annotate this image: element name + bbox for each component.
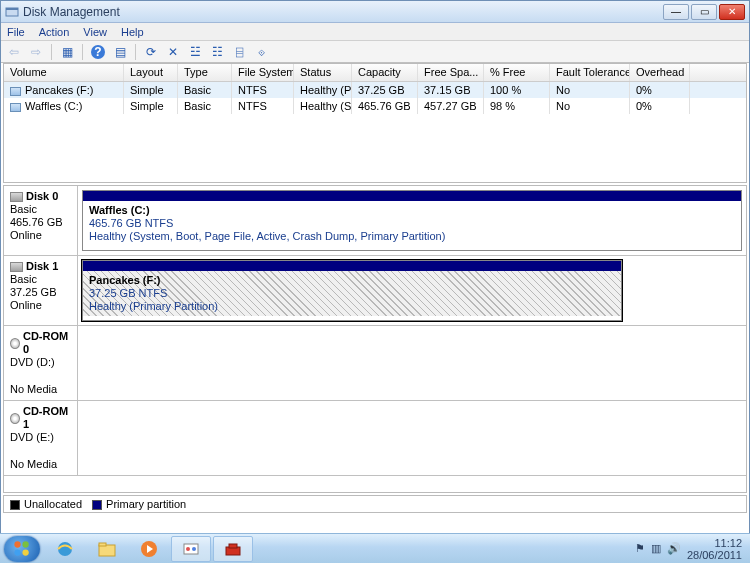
menu-view[interactable]: View <box>83 26 107 38</box>
menu-file[interactable]: File <box>7 26 25 38</box>
disk-row: Disk 0Basic465.76 GBOnlineWaffles (C:)46… <box>4 186 746 256</box>
volume-row[interactable]: Waffles (C:)SimpleBasicNTFSHealthy (S...… <box>4 98 746 114</box>
network-icon[interactable]: ▥ <box>651 542 661 555</box>
toolbar: ⇦ ⇨ ▦ ? ▤ ⟳ ✕ ☳ ☷ ⌸ ⟐ <box>1 41 749 63</box>
col-fault[interactable]: Fault Tolerance <box>550 64 630 81</box>
back-button[interactable]: ⇦ <box>5 43 23 61</box>
volume-layout: Simple <box>124 98 178 114</box>
col-capacity[interactable]: Capacity <box>352 64 418 81</box>
svg-point-4 <box>14 549 20 555</box>
taskbar-ie[interactable] <box>45 536 85 562</box>
settings-top-button[interactable]: ☳ <box>186 43 204 61</box>
volumes-header[interactable]: Volume Layout Type File System Status Ca… <box>4 64 746 82</box>
volume-icon <box>10 87 21 96</box>
help-button[interactable]: ? <box>89 43 107 61</box>
partition-bar <box>83 191 741 201</box>
svg-point-5 <box>22 549 28 555</box>
volume-status: Healthy (S... <box>294 98 352 114</box>
partition-status: Healthy (System, Boot, Page File, Active… <box>89 230 735 243</box>
partition-body: Pancakes (F:)37.25 GB NTFSHealthy (Prima… <box>83 271 621 316</box>
taskbar-mediaplayer[interactable] <box>129 536 169 562</box>
volume-fault: No <box>550 98 630 114</box>
partition[interactable]: Pancakes (F:)37.25 GB NTFSHealthy (Prima… <box>82 260 622 321</box>
app-icon <box>5 5 19 19</box>
cdrom-icon <box>10 338 20 349</box>
disk-partitions <box>78 326 746 400</box>
volume-icon[interactable]: 🔊 <box>667 542 681 555</box>
menu-help[interactable]: Help <box>121 26 144 38</box>
flag-icon[interactable]: ⚑ <box>635 542 645 555</box>
close-button[interactable]: ✕ <box>719 4 745 20</box>
cdrom-icon <box>10 413 20 424</box>
disk-state: Online <box>10 299 71 312</box>
primary-swatch <box>92 500 102 510</box>
col-status[interactable]: Status <box>294 64 352 81</box>
col-overhead[interactable]: Overhead <box>630 64 690 81</box>
volume-name: Pancakes (F:) <box>25 84 93 96</box>
volume-fs: NTFS <box>232 98 294 114</box>
volume-fault: No <box>550 82 630 98</box>
start-button[interactable] <box>4 536 40 562</box>
col-freespace[interactable]: Free Spa... <box>418 64 484 81</box>
volumes-list: Pancakes (F:)SimpleBasicNTFSHealthy (P..… <box>4 82 746 114</box>
svg-rect-1 <box>6 8 18 10</box>
maximize-button[interactable]: ▭ <box>691 4 717 20</box>
rescan-button[interactable]: ⟐ <box>252 43 270 61</box>
col-layout[interactable]: Layout <box>124 64 178 81</box>
disk-row: Disk 1Basic37.25 GBOnlinePancakes (F:)37… <box>4 256 746 326</box>
volume-capacity: 465.76 GB <box>352 98 418 114</box>
disk-info[interactable]: Disk 0Basic465.76 GBOnline <box>4 186 78 255</box>
properties-button[interactable]: ▤ <box>111 43 129 61</box>
system-tray: ⚑ ▥ 🔊 11:12 28/06/2011 <box>635 537 746 561</box>
windows-logo-icon <box>13 540 31 558</box>
volume-layout: Simple <box>124 82 178 98</box>
menubar: File Action View Help <box>1 23 749 41</box>
disk-info[interactable]: CD-ROM 1DVD (E:)No Media <box>4 401 78 475</box>
disk-type: DVD (E:) <box>10 431 71 444</box>
disk-info[interactable]: Disk 1Basic37.25 GBOnline <box>4 256 78 325</box>
taskbar: ⚑ ▥ 🔊 11:12 28/06/2011 <box>0 533 750 563</box>
forward-button[interactable]: ⇨ <box>27 43 45 61</box>
partition-info: 37.25 GB NTFS <box>89 287 615 300</box>
disk-size: 37.25 GB <box>10 286 71 299</box>
volume-pctfree: 100 % <box>484 82 550 98</box>
settings-bottom-button[interactable]: ☷ <box>208 43 226 61</box>
volume-overhead: 0% <box>630 82 690 98</box>
disk-info[interactable]: CD-ROM 0DVD (D:)No Media <box>4 326 78 400</box>
col-type[interactable]: Type <box>178 64 232 81</box>
disk-label: Disk 0 <box>26 190 58 203</box>
menu-action[interactable]: Action <box>39 26 70 38</box>
window-title: Disk Management <box>23 5 663 19</box>
volume-overhead: 0% <box>630 98 690 114</box>
legend: Unallocated Primary partition <box>3 495 747 513</box>
disk-label: CD-ROM 0 <box>23 330 71 356</box>
svg-point-2 <box>14 541 20 547</box>
partition-name: Waffles (C:) <box>89 204 735 217</box>
refresh-button[interactable]: ⟳ <box>142 43 160 61</box>
disks-pane: Disk 0Basic465.76 GBOnlineWaffles (C:)46… <box>3 185 747 493</box>
titlebar[interactable]: Disk Management — ▭ ✕ <box>1 1 749 23</box>
taskbar-diskmgmt[interactable] <box>213 536 253 562</box>
partition[interactable]: Waffles (C:)465.76 GB NTFSHealthy (Syste… <box>82 190 742 251</box>
svg-point-3 <box>22 541 28 547</box>
col-pctfree[interactable]: % Free <box>484 64 550 81</box>
show-hide-button[interactable]: ▦ <box>58 43 76 61</box>
clock[interactable]: 11:12 28/06/2011 <box>687 537 746 561</box>
folder-icon <box>97 539 117 559</box>
volume-type: Basic <box>178 98 232 114</box>
volume-row[interactable]: Pancakes (F:)SimpleBasicNTFSHealthy (P..… <box>4 82 746 98</box>
disk-type: DVD (D:) <box>10 356 71 369</box>
volume-fs: NTFS <box>232 82 294 98</box>
svg-point-6 <box>58 542 72 556</box>
taskbar-explorer[interactable] <box>87 536 127 562</box>
disk-type: Basic <box>10 273 71 286</box>
content-area: Volume Layout Type File System Status Ca… <box>3 63 747 513</box>
partition-bar <box>83 261 621 271</box>
settings-list-button[interactable]: ⌸ <box>230 43 248 61</box>
col-filesystem[interactable]: File System <box>232 64 294 81</box>
delete-button[interactable]: ✕ <box>164 43 182 61</box>
partition-body: Waffles (C:)465.76 GB NTFSHealthy (Syste… <box>83 201 741 246</box>
taskbar-paint[interactable] <box>171 536 211 562</box>
col-volume[interactable]: Volume <box>4 64 124 81</box>
minimize-button[interactable]: — <box>663 4 689 20</box>
